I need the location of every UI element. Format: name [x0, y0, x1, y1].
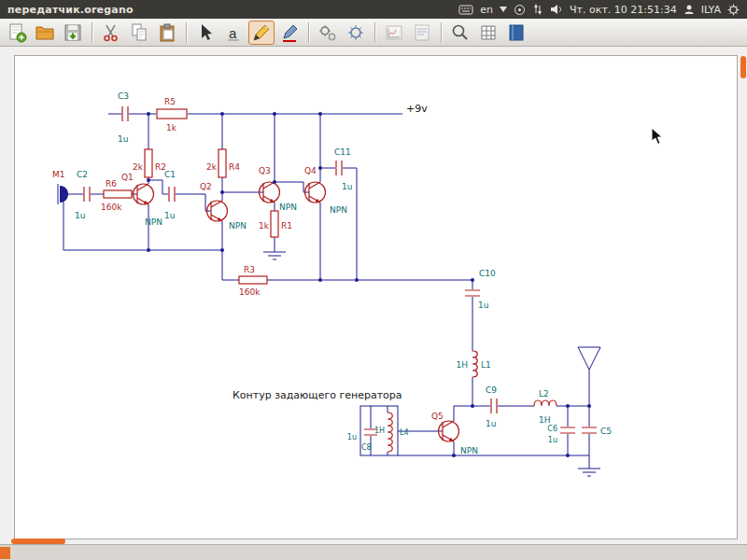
label-R2-value: 2k [133, 162, 144, 172]
grid-icon [478, 22, 499, 43]
toolbar: a [0, 19, 747, 47]
part-library-icon [506, 22, 527, 43]
speaker-icon[interactable] [550, 4, 563, 15]
label-R5-name: R5 [164, 97, 176, 106]
label-R1-name: R1 [281, 221, 292, 231]
inductor-L1[interactable] [472, 351, 477, 377]
window-title: передатчик.oregano [7, 4, 134, 16]
inductor-L2[interactable] [534, 400, 557, 406]
label-R4-value: 2k [206, 162, 218, 172]
text-tool-glyph: a [229, 25, 237, 41]
resistor-R1[interactable] [271, 211, 278, 237]
label-C11-name: C11 [334, 147, 351, 157]
new-file-icon [7, 22, 27, 43]
label-L4-name: L4 [400, 428, 409, 437]
chevron-down-icon [500, 7, 507, 12]
toolbar-separator [374, 22, 375, 43]
label-R6-value: 160k [101, 203, 122, 212]
statusbar [0, 544, 747, 560]
label-Q3-name: Q3 [259, 166, 271, 175]
label-C2-value: 1u [75, 211, 85, 220]
label-C10-value: 1u [478, 301, 488, 310]
label-Q5-type: NPN [460, 446, 478, 455]
keyboard-icon[interactable] [458, 4, 473, 15]
gear-icon[interactable] [727, 4, 740, 16]
magnifier-icon [450, 22, 471, 43]
keyboard-layout-indicator[interactable]: en [480, 4, 493, 16]
grid-button[interactable] [475, 21, 501, 45]
schematic-canvas[interactable]: +9v Контур задающего генератора C3 1u R5… [15, 56, 739, 540]
schematic-labels: +9v Контур задающего генератора C3 1u R5… [52, 91, 612, 455]
label-C3-name: C3 [118, 91, 129, 101]
annotation-pencil-icon [279, 22, 300, 43]
toolbar-separator [441, 22, 442, 43]
paste-icon [157, 22, 177, 43]
resistor-R6[interactable] [104, 190, 132, 198]
label-C8-value: 1u [347, 433, 357, 441]
label-Q2-name: Q2 [200, 182, 212, 191]
select-arrow-icon [195, 22, 216, 43]
editor-workarea: +9v Контур задающего генератора C3 1u R5… [0, 47, 747, 544]
schematic-sheet[interactable]: +9v Контур задающего генератора C3 1u R5… [14, 55, 738, 539]
resistor-R4[interactable] [218, 149, 226, 177]
zoom-fit-button[interactable] [447, 21, 473, 45]
inductor-L4[interactable] [388, 413, 392, 452]
label-Q1-name: Q1 [121, 173, 134, 182]
open-file-button[interactable] [32, 21, 58, 45]
label-R3-name: R3 [244, 265, 255, 274]
label-L2-value: 1H [539, 415, 551, 425]
sync-arrows-icon[interactable] [532, 4, 543, 15]
label-C3-value: 1u [118, 134, 128, 144]
part-library-button[interactable] [503, 21, 529, 45]
clock[interactable]: Чт. окт. 10 21:51:34 [570, 4, 677, 16]
cut-button[interactable] [98, 21, 124, 45]
label-C6-value: 1u [548, 436, 557, 444]
label-R4-name: R4 [229, 162, 240, 172]
copy-icon [129, 22, 149, 43]
toolbar-separator [308, 22, 309, 43]
power-rail-label: +9v [406, 103, 428, 115]
label-R3-value: 160k [239, 287, 261, 297]
mouse-cursor [651, 127, 664, 146]
wire-tool-button[interactable] [248, 21, 275, 45]
simulation-settings-button[interactable] [315, 21, 341, 45]
save-icon [63, 22, 83, 43]
label-C9-name: C9 [486, 385, 497, 395]
paste-button[interactable] [154, 21, 180, 45]
gears-icon [317, 22, 338, 43]
statusbar-resize-nub [0, 547, 10, 559]
label-C5-name: C5 [600, 427, 612, 436]
oscillator-caption: Контур задающего генератора [233, 389, 402, 401]
label-R5-value: 1k [166, 123, 177, 133]
label-C6-name: C6 [547, 425, 557, 433]
microphone-symbol[interactable] [60, 186, 68, 203]
plot-button[interactable] [381, 21, 407, 45]
preferences-button[interactable] [343, 21, 369, 45]
antenna-symbol[interactable] [578, 347, 600, 370]
new-file-button[interactable] [4, 21, 30, 45]
label-Q4-name: Q4 [304, 166, 317, 175]
copy-button[interactable] [126, 21, 152, 45]
toolbar-separator [92, 22, 92, 43]
network-icon[interactable] [514, 4, 526, 16]
vertical-scrollbar-thumb[interactable] [740, 56, 746, 78]
resistor-R5[interactable] [157, 109, 187, 119]
label-Q2-type: NPN [229, 221, 247, 231]
label-Q1-type: NPN [145, 217, 162, 227]
plot-icon [384, 22, 404, 43]
label-Q4-type: NPN [330, 205, 347, 215]
netlist-button[interactable] [409, 21, 435, 45]
label-L1-name: L1 [481, 360, 491, 370]
annotation-tool-button[interactable] [276, 21, 303, 45]
label-Q3-type: NPN [279, 203, 297, 212]
text-tool-button[interactable]: a [220, 21, 247, 45]
wire-pencil-icon [251, 22, 272, 43]
resistor-R3[interactable] [239, 276, 267, 284]
resistor-R2[interactable] [145, 149, 152, 177]
label-C8-name: C8 [361, 443, 372, 452]
netlist-icon [412, 22, 432, 43]
select-tool-button[interactable] [192, 21, 218, 45]
transistor-leads[interactable] [137, 182, 454, 441]
user-menu[interactable]: ILYA [701, 4, 721, 16]
save-file-button[interactable] [60, 21, 86, 45]
